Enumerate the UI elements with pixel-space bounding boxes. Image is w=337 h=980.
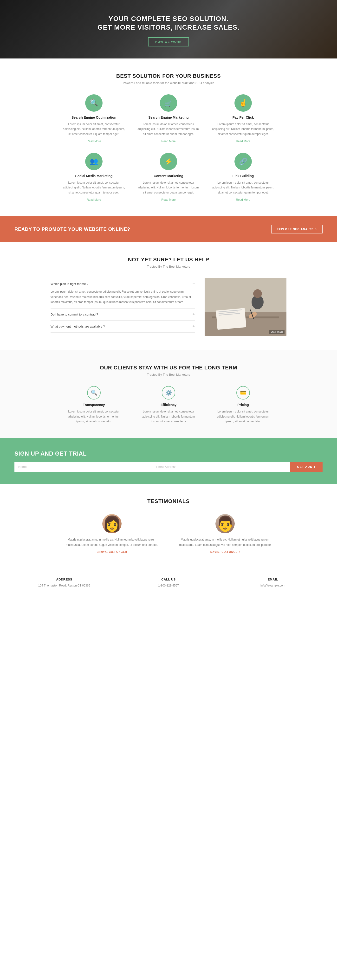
signup-form: GET AUDIT [14, 462, 323, 472]
faq-item[interactable]: Do i have to commit to a contract? + [51, 309, 195, 321]
footer-phone-text: 1-800-123-4567 [119, 583, 218, 588]
faq-toggle-icon: + [192, 324, 195, 329]
cta-banner-button[interactable]: EXPLORE SEO ANALYSIS [271, 225, 323, 234]
client-desc: Lorem ipsum dolor sit amet, consectetur … [140, 409, 197, 424]
hero-title-line1: YOUR COMPLETE SEO SOLUTION. [108, 15, 229, 22]
client-card: 🔍 Transparency Lorem ipsum dolor sit ame… [60, 386, 127, 424]
faq-toggle-icon: + [192, 312, 195, 317]
faq-image [205, 278, 286, 336]
faq-question: What payment methods are available ? [51, 325, 105, 328]
service-read-more[interactable]: Read More [161, 140, 175, 143]
faq-item-header[interactable]: Which plan is right for me ? − [51, 282, 195, 286]
signup-section: SIGN UP AND GET TRIAL GET AUDIT [0, 438, 337, 484]
faq-item-header[interactable]: What payment methods are available ? + [51, 324, 195, 329]
faq-section: NOT YET SURE? LET US HELP Trusted By The… [0, 242, 337, 350]
service-icon: 🔍 [85, 94, 103, 112]
hero-cta-button[interactable]: HOW WE WORK [148, 37, 189, 46]
service-read-more[interactable]: Read More [87, 140, 101, 143]
avatar-image: 👨 [215, 514, 235, 533]
service-icon: ⚡ [160, 153, 177, 170]
service-desc: Lorem ipsum dolor sit amet, consectetur … [212, 180, 274, 195]
service-card: 🔗 Link Building Lorem ipsum dolor sit am… [210, 153, 277, 202]
testimonials-section: TESTIMONIALS 👩 Mauris ut placerat ante, … [0, 484, 337, 568]
faq-image-watermark: Share Image [269, 330, 285, 334]
testimonial-name: DAVID, CO-FONGER [178, 550, 272, 553]
clients-title: OUR CLIENTS STAY WITH US FOR THE LONG TE… [10, 364, 327, 371]
client-desc: Lorem ipsum dolor sit amet, consectetur … [214, 409, 272, 424]
service-name: Search Engine Marketing [137, 116, 200, 119]
service-name: Search Engine Optimization [63, 116, 125, 119]
service-desc: Lorem ipsum dolor sit amet, consectetur … [137, 122, 200, 137]
footer: ADDRESS 104 Thomaston Road, Reston CT 06… [0, 568, 337, 598]
client-name: Efficiency [140, 403, 197, 407]
hero-content: YOUR COMPLETE SEO SOLUTION. GET MORE VIS… [97, 14, 240, 46]
service-desc: Lorem ipsum dolor sit amet, consectetur … [212, 122, 274, 137]
signup-title: SIGN UP AND GET TRIAL [14, 450, 323, 457]
service-icon: 🔗 [234, 153, 252, 170]
best-solution-subtitle: Powerful and reliable tools for the webs… [10, 81, 327, 85]
signup-email-input[interactable] [153, 462, 290, 472]
testimonials-grid: 👩 Mauris ut placerat ante, in mollis ex.… [60, 514, 277, 553]
service-read-more[interactable]: Read More [236, 140, 250, 143]
testimonials-title: TESTIMONIALS [10, 498, 327, 504]
client-name: Pricing [214, 403, 272, 407]
faq-toggle-icon: − [192, 282, 195, 286]
faq-question: Do i have to commit to a contract? [51, 313, 98, 316]
svg-rect-3 [216, 308, 246, 330]
client-icon: 🔍 [87, 386, 101, 399]
svg-point-10 [253, 289, 262, 298]
service-icon: 🛒 [160, 94, 177, 112]
client-desc: Lorem ipsum dolor sit amet, consectetur … [65, 409, 123, 424]
service-read-more[interactable]: Read More [161, 198, 175, 201]
testimonial-avatar: 👨 [215, 514, 235, 533]
faq-item-header[interactable]: Do i have to commit to a contract? + [51, 312, 195, 317]
clients-grid: 🔍 Transparency Lorem ipsum dolor sit ame… [60, 386, 277, 424]
avatar-image: 👩 [102, 514, 122, 533]
faq-title: NOT YET SURE? LET US HELP [10, 256, 327, 263]
testimonial-text: Mauris ut placerat ante, in mollis ex. N… [178, 537, 272, 547]
signup-button[interactable]: GET AUDIT [290, 462, 323, 472]
service-card: ☝️ Pay Per Click Lorem ipsum dolor sit a… [210, 94, 277, 143]
footer-email-text: info@example.com [223, 583, 323, 588]
faq-question: Which plan is right for me ? [51, 282, 89, 286]
footer-phone-title: CALL US [119, 578, 218, 581]
footer-phone: CALL US 1-800-123-4567 [119, 578, 218, 588]
service-read-more[interactable]: Read More [87, 198, 101, 201]
hero-title: YOUR COMPLETE SEO SOLUTION. GET MORE VIS… [97, 14, 240, 32]
service-name: Content Marketing [137, 174, 200, 178]
service-card: 👥 Social Media Marketing Lorem ipsum dol… [60, 153, 127, 202]
testimonial-card: 👨 Mauris ut placerat ante, in mollis ex.… [173, 514, 277, 553]
client-icon: 💳 [236, 386, 250, 399]
faq-item[interactable]: What payment methods are available ? + [51, 321, 195, 332]
best-solution-title: BEST SOLUTION FOR YOUR BUSINESS [10, 73, 327, 79]
testimonial-card: 👩 Mauris ut placerat ante, in mollis ex.… [60, 514, 164, 553]
client-name: Transparency [65, 403, 123, 407]
faq-questions: Which plan is right for me ? − Lorem ips… [51, 278, 195, 332]
clients-subtitle: Trusted By The Best Marketers [10, 373, 327, 376]
service-name: Link Building [212, 174, 274, 178]
footer-address-text: 104 Thomaston Road, Reston CT 06365 [14, 583, 114, 588]
testimonial-name: BIRIYA, CO-FONGER [65, 550, 159, 553]
client-card: ⚙️ Efficiency Lorem ipsum dolor sit amet… [135, 386, 202, 424]
footer-address: ADDRESS 104 Thomaston Road, Reston CT 06… [14, 578, 114, 588]
service-desc: Lorem ipsum dolor sit amet, consectetur … [63, 122, 125, 137]
service-card: 🛒 Search Engine Marketing Lorem ipsum do… [135, 94, 202, 143]
testimonial-avatar: 👩 [102, 514, 122, 533]
testimonial-text: Mauris ut placerat ante, in mollis ex. N… [65, 537, 159, 547]
service-icon: 👥 [85, 153, 103, 170]
signup-name-input[interactable] [14, 462, 153, 472]
best-solution-section: BEST SOLUTION FOR YOUR BUSINESS Powerful… [0, 59, 337, 216]
client-icon: ⚙️ [162, 386, 175, 399]
clients-section: OUR CLIENTS STAY WITH US FOR THE LONG TE… [0, 350, 337, 438]
footer-email: EMAIL info@example.com [223, 578, 323, 588]
service-name: Social Media Marketing [63, 174, 125, 178]
service-desc: Lorem ipsum dolor sit amet, consectetur … [137, 180, 200, 195]
faq-subtitle: Trusted By The Best Marketers [10, 265, 327, 268]
footer-email-title: EMAIL [223, 578, 323, 581]
service-read-more[interactable]: Read More [236, 198, 250, 201]
service-card: ⚡ Content Marketing Lorem ipsum dolor si… [135, 153, 202, 202]
service-card: 🔍 Search Engine Optimization Lorem ipsum… [60, 94, 127, 143]
faq-item[interactable]: Which plan is right for me ? − Lorem ips… [51, 278, 195, 309]
faq-inner: Which plan is right for me ? − Lorem ips… [51, 278, 286, 336]
service-icon: ☝️ [234, 94, 252, 112]
